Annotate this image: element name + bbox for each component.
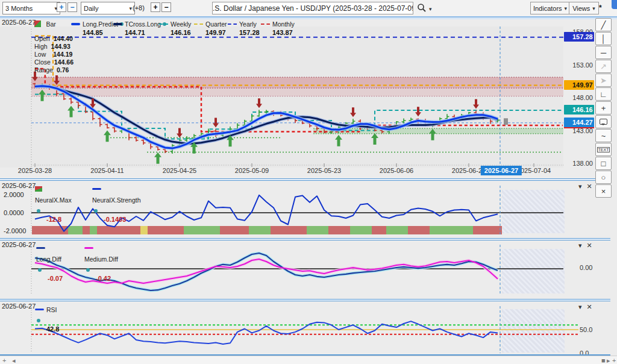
series-swatch-icon — [113, 23, 122, 25]
collapse-panel-icon[interactable]: ▾ — [578, 303, 582, 311]
rsi-chart[interactable] — [0, 301, 617, 354]
trend-line-tool[interactable]: ╱ — [595, 18, 612, 31]
open-value: 144.40 — [54, 35, 73, 42]
callout-tool[interactable] — [595, 115, 612, 128]
range-label: Range — [34, 66, 53, 74]
legend-item-value: 42.8 — [46, 325, 59, 333]
series-swatch-icon — [92, 188, 101, 190]
ohlc-readout: Open144.40 High144.93 Low144.19 Close144… — [34, 35, 74, 74]
range-select-value: 3 Months — [5, 5, 33, 12]
info-dot-icon[interactable] — [94, 209, 98, 213]
remove-bar-button[interactable]: − — [161, 2, 171, 12]
ray-tool[interactable]: ↗ — [595, 60, 612, 73]
legend-item-label: NeuralX.Strength — [92, 196, 141, 204]
series-swatch-icon — [36, 247, 45, 249]
info-dot-icon[interactable] — [37, 209, 40, 213]
legend-item-weekly[interactable]: Weekly146.16 — [159, 18, 191, 36]
legend-item-yearly[interactable]: Yearly157.28 — [228, 18, 260, 36]
scroll-thumb-icon[interactable]: ■ — [601, 356, 606, 364]
legend-item-label: Monthly — [272, 20, 295, 28]
legend-item-long.diff[interactable]: Long.Diff-0.07 — [36, 242, 63, 282]
current-date-badge[interactable]: 2025-06-27 — [481, 166, 522, 175]
zoom-out-button[interactable]: − — [67, 2, 77, 12]
series-swatch-icon — [159, 24, 168, 25]
series-swatch-icon — [35, 309, 44, 310]
collapse-panel-icon[interactable]: ▾ — [578, 183, 582, 190]
info-dot-icon[interactable] — [86, 268, 90, 272]
legend-item-value: -0.07 — [48, 275, 63, 282]
open-label: Open — [34, 35, 50, 42]
close-panel-icon[interactable]: ✕ — [587, 183, 592, 190]
horizontal-line-tool[interactable]: ─ — [595, 46, 612, 59]
low-value: 144.19 — [53, 51, 72, 58]
chevron-down-icon: ▾ — [592, 5, 595, 11]
legend-item-label: TCross.Long — [125, 20, 161, 28]
scroll-right-icon[interactable]: ▸ — [607, 356, 610, 364]
speech-bubble-icon — [600, 119, 607, 125]
chart-title: U.S. Dollar / Japanese Yen - USD/JPY (20… — [212, 4, 413, 13]
legend-item-value: 157.28 — [239, 29, 260, 36]
rectangle-tool[interactable]: □ — [595, 157, 612, 170]
ellipse-tool[interactable]: ○ — [595, 171, 612, 184]
zoom-in-button[interactable]: + — [57, 2, 66, 12]
scroll-left-icon[interactable]: ◂ — [12, 356, 16, 364]
symbol-search-input[interactable]: U.S. Dollar / Japanese Yen - USD/JPY (20… — [212, 2, 413, 14]
panel3-date: 2025-06-27 — [2, 241, 36, 248]
angle-tool[interactable]: ∟ — [595, 87, 612, 101]
info-dot-icon[interactable] — [38, 268, 42, 272]
date-tick-label: 2025-07-04 — [517, 167, 551, 174]
legend-item-neuralx.strength[interactable]: NeuralX.Strength-0.1403 — [92, 183, 141, 223]
search-icon[interactable] — [417, 3, 427, 13]
app-window: { "toolbar": { "range_value": "3 Months"… — [0, 0, 617, 364]
bars-added-label: (+8) — [133, 4, 145, 11]
horizontal-scrollbar[interactable]: +◂■▸+ — [0, 356, 617, 364]
legend-item-neuralx.max[interactable]: NeuralX.Max-12.8 — [35, 183, 72, 223]
legend-item-monthly[interactable]: Monthly143.87 — [261, 18, 295, 36]
scroll-plus-icon[interactable]: + — [2, 356, 6, 364]
indicator-y-label: 0.0000 — [0, 209, 33, 216]
text-tool[interactable]: TEXT — [595, 143, 612, 156]
interval-select[interactable]: Daily ▾ — [81, 2, 135, 14]
search-dropdown-icon[interactable]: ▾ — [429, 6, 432, 12]
main-panel-date: 2025-06-27 — [2, 19, 36, 26]
pointer-tool[interactable]: ➤ — [595, 74, 612, 87]
close-label: Close — [34, 58, 51, 66]
close-panel-icon[interactable]: ✕ — [587, 303, 592, 311]
legend-item-medium.diff[interactable]: Medium.Diff-0.42 — [84, 242, 118, 282]
bar-legend[interactable]: Bar — [34, 18, 56, 29]
price-level-badge: 157.28 — [564, 32, 594, 42]
price-tick-label: 138.00 — [572, 160, 593, 167]
bar-series-icon — [34, 20, 41, 27]
scroll-plus-icon[interactable]: + — [612, 356, 616, 364]
high-label: High — [34, 43, 48, 50]
collapse-panel-icon[interactable]: ▾ — [578, 242, 582, 249]
add-bar-button[interactable]: + — [151, 2, 160, 12]
series-swatch-icon — [71, 23, 80, 25]
legend-item-rsi[interactable]: RSI42.8 — [35, 304, 59, 333]
panel2-date: 2025-06-27 — [2, 182, 36, 189]
info-dot-icon[interactable] — [37, 319, 40, 322]
views-button[interactable]: Views ▾ — [569, 2, 599, 14]
window-corner-chip — [612, 0, 617, 9]
wave-tool[interactable]: ~ — [595, 129, 612, 142]
panel4-controls: ▾ ✕ — [578, 303, 592, 311]
close-panel-icon[interactable]: ✕ — [587, 242, 592, 249]
indicator-right-label: 50.0 — [580, 326, 592, 333]
legend-item-quarter[interactable]: Quarter149.97 — [194, 18, 227, 36]
high-value: 144.93 — [51, 43, 70, 50]
range-select[interactable]: 3 Months ▾ — [2, 2, 60, 14]
price-level-badge: 144.27 — [564, 118, 594, 127]
date-tick-label: 2025-05-09 — [235, 167, 269, 174]
legend-item-tcross.long[interactable]: TCross.Long144.71 — [113, 18, 166, 36]
price-chart[interactable] — [0, 17, 617, 178]
interval-select-value: Daily — [84, 5, 98, 12]
legend-item-label: RSI — [46, 306, 57, 313]
vertical-line-tool[interactable]: │ — [595, 32, 612, 45]
modified-marker: * — [599, 4, 602, 12]
close-drawing-tool[interactable]: × — [595, 184, 612, 198]
legend-item-label: Medium.Diff — [84, 256, 118, 263]
crosshair-tool[interactable]: + — [595, 101, 612, 115]
text-icon: TEXT — [597, 147, 610, 152]
indicator-y-label: -2.0000 — [0, 227, 33, 234]
indicators-button[interactable]: Indicators ▾ — [530, 2, 570, 14]
